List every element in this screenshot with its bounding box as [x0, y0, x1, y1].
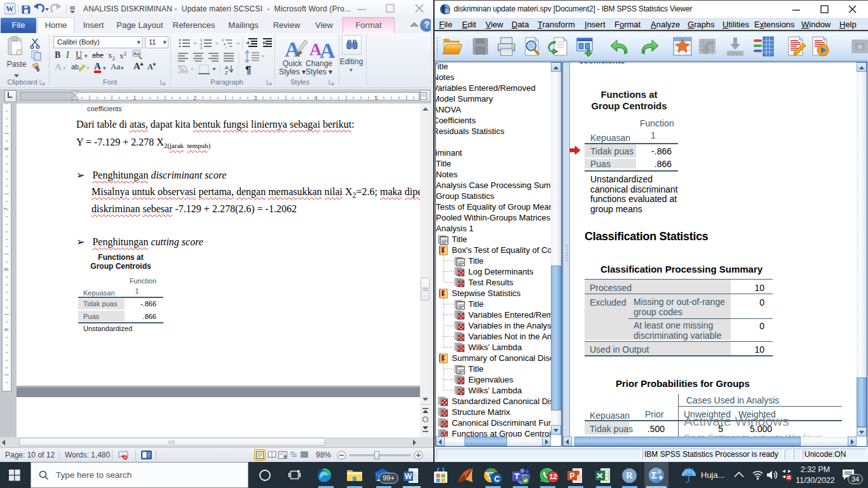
- svg-text:2: 2: [193, 95, 196, 101]
- svg-text:1: 1: [133, 95, 136, 101]
- svg-text:Z: Z: [225, 70, 228, 75]
- svg-text:ab: ab: [71, 63, 79, 71]
- svg-text:4: 4: [314, 95, 317, 101]
- svg-text:Aa: Aa: [133, 51, 140, 57]
- svg-text:3: 3: [200, 46, 203, 50]
- svg-text:6: 6: [3, 147, 10, 150]
- svg-text:i: i: [226, 46, 226, 50]
- svg-text:8: 8: [3, 268, 10, 271]
- svg-text:¶: ¶: [245, 64, 251, 75]
- svg-text:P: P: [569, 471, 574, 480]
- svg-text:C: C: [494, 475, 500, 484]
- svg-text:A: A: [320, 39, 336, 60]
- svg-text:W: W: [405, 472, 412, 481]
- svg-text:3: 3: [254, 95, 257, 101]
- svg-text:5: 5: [374, 95, 377, 101]
- svg-text:7: 7: [3, 207, 10, 210]
- svg-text:W: W: [6, 4, 14, 13]
- svg-text:9: 9: [3, 328, 10, 331]
